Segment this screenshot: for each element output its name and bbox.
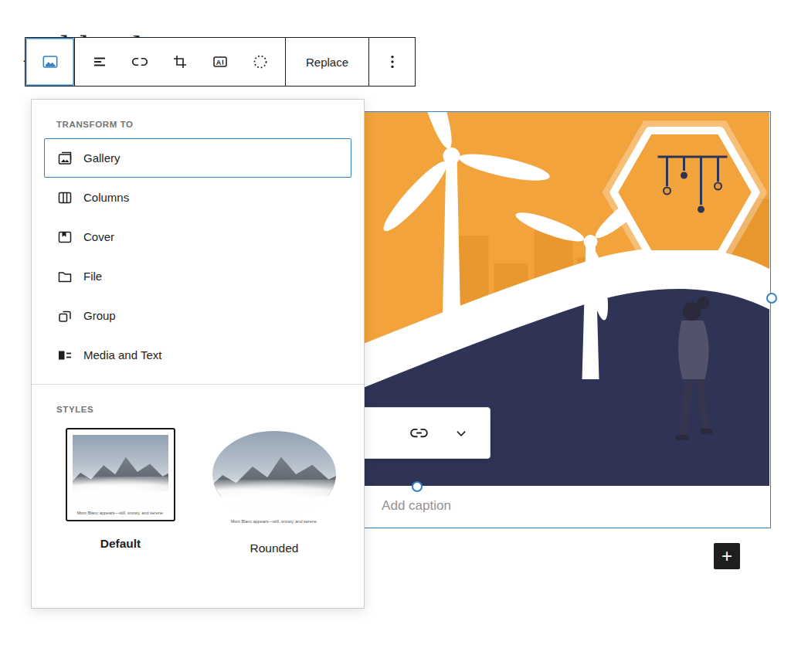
menu-divider [32,384,364,385]
transform-to-heading: Transform to [56,120,339,129]
block-toolbar: A Replace [25,37,416,87]
link-icon [131,53,149,71]
thumbnail-caption: Mont Blanc appears—still, snowy, and ser… [231,518,318,526]
menu-item-label: Media and Text [83,348,161,361]
style-preview-default: Mont Blanc appears—still, snowy, and ser… [66,428,175,521]
link-options-button[interactable] [453,425,470,442]
align-button[interactable] [80,38,120,86]
chevron-down-icon [453,425,470,442]
editor-canvas: Add title [0,0,791,672]
alt-text-icon: A [211,53,229,71]
duotone-filter-button[interactable] [240,38,280,86]
menu-item-label: Cover [83,230,114,243]
caption-placeholder[interactable]: Add caption [382,498,451,514]
image-block-type-button[interactable] [25,38,74,86]
plus-icon: + [721,545,732,568]
style-label-default: Default [100,537,141,551]
add-block-button[interactable]: + [714,543,740,569]
file-folder-icon [56,267,74,286]
menu-item-label: Gallery [83,151,121,165]
transform-menu-list: Gallery Columns [32,134,364,375]
alt-text-button[interactable]: A [200,38,240,86]
style-label-rounded: Rounded [250,541,299,555]
menu-item-group[interactable]: Group [44,296,351,335]
image-block-icon [40,52,60,72]
link-icon [409,423,429,443]
menu-item-media-and-text[interactable]: Media and Text [44,335,351,375]
style-option-default[interactable]: Mont Blanc appears—still, snowy, and ser… [66,428,175,551]
replace-button[interactable]: Replace [285,38,368,86]
more-options-button[interactable] [368,38,415,86]
toolbar-icon-group: A [74,38,285,86]
transform-dropdown: Transform to Gallery [31,99,365,609]
menu-item-columns[interactable]: Columns [44,178,351,217]
link-button[interactable] [409,423,429,443]
menu-item-cover[interactable]: Cover [44,217,351,256]
duotone-filter-icon [251,53,270,71]
gallery-icon [56,149,74,168]
styles-row: Mont Blanc appears—still, snowy, and ser… [66,428,364,555]
resize-handle-bottom[interactable] [412,481,423,492]
menu-item-label: Columns [83,191,129,204]
more-options-icon [383,53,402,71]
crop-icon [171,53,189,71]
style-preview-rounded: Mont Blanc appears—still, snowy, and ser… [212,428,336,526]
menu-item-gallery[interactable]: Gallery [44,138,351,178]
mountain-photo-thumbnail [73,435,168,509]
group-icon [56,307,74,325]
mountain-photo-thumbnail-rounded [212,431,336,518]
media-and-text-icon [56,346,74,365]
menu-item-label: File [83,270,102,283]
styles-heading: Styles [56,405,339,414]
thumbnail-caption: Mont Blanc appears—still, snowy, and ser… [77,509,165,518]
crop-button[interactable] [160,38,200,86]
menu-item-file[interactable]: File [44,256,351,296]
resize-handle-right[interactable] [766,293,777,304]
link-toolbar-button[interactable] [120,38,160,86]
style-option-rounded[interactable]: Mont Blanc appears—still, snowy, and ser… [212,428,336,555]
align-icon [90,53,109,71]
columns-icon [56,188,74,207]
cover-icon [56,228,74,246]
svg-text:A: A [216,59,222,66]
menu-item-label: Group [83,309,116,322]
